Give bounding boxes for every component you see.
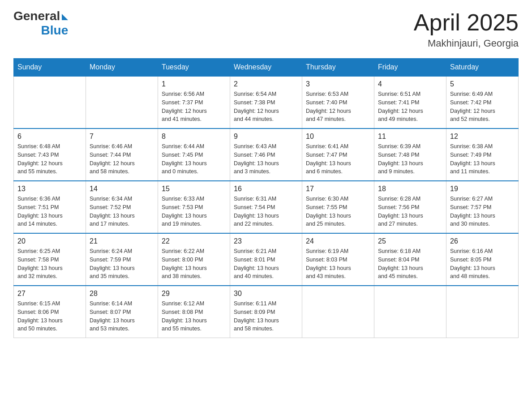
day-number: 29 bbox=[162, 290, 226, 298]
day-info: Sunrise: 6:28 AMSunset: 7:56 PMDaylight:… bbox=[378, 195, 442, 228]
day-info: Sunrise: 6:18 AMSunset: 8:04 PMDaylight:… bbox=[378, 247, 442, 281]
calendar-cell: 17Sunrise: 6:30 AMSunset: 7:55 PMDayligh… bbox=[302, 181, 374, 233]
day-info: Sunrise: 6:27 AMSunset: 7:57 PMDaylight:… bbox=[450, 195, 515, 228]
day-number: 19 bbox=[450, 185, 515, 193]
day-info: Sunrise: 6:24 AMSunset: 7:59 PMDaylight:… bbox=[90, 247, 154, 281]
calendar-header-saturday: Saturday bbox=[446, 59, 519, 77]
day-number: 9 bbox=[234, 133, 298, 141]
calendar-table: SundayMondayTuesdayWednesdayThursdayFrid… bbox=[13, 58, 519, 338]
calendar-cell: 30Sunrise: 6:11 AMSunset: 8:09 PMDayligh… bbox=[230, 286, 302, 338]
day-number: 26 bbox=[450, 237, 515, 245]
calendar-header-monday: Monday bbox=[86, 59, 158, 77]
day-info: Sunrise: 6:14 AMSunset: 8:07 PMDaylight:… bbox=[90, 300, 154, 333]
calendar-cell: 29Sunrise: 6:12 AMSunset: 8:08 PMDayligh… bbox=[158, 286, 230, 338]
day-info: Sunrise: 6:34 AMSunset: 7:52 PMDaylight:… bbox=[90, 195, 154, 228]
calendar-header-wednesday: Wednesday bbox=[230, 59, 302, 77]
title-block: April 2025 Makhinjauri, Georgia bbox=[414, 9, 519, 49]
calendar-cell bbox=[446, 286, 519, 338]
day-number: 11 bbox=[378, 133, 442, 141]
calendar-cell: 23Sunrise: 6:21 AMSunset: 8:01 PMDayligh… bbox=[230, 233, 302, 286]
day-number: 24 bbox=[306, 237, 370, 245]
day-number: 20 bbox=[17, 237, 82, 245]
day-number: 5 bbox=[450, 80, 515, 88]
day-info: Sunrise: 6:16 AMSunset: 8:05 PMDaylight:… bbox=[450, 247, 515, 281]
calendar-cell: 22Sunrise: 6:22 AMSunset: 8:00 PMDayligh… bbox=[158, 233, 230, 286]
day-number: 16 bbox=[234, 185, 298, 193]
calendar-cell bbox=[374, 286, 446, 338]
calendar-cell: 11Sunrise: 6:39 AMSunset: 7:48 PMDayligh… bbox=[374, 128, 446, 181]
day-number: 21 bbox=[90, 237, 154, 245]
calendar-header-sunday: Sunday bbox=[14, 59, 86, 77]
day-number: 8 bbox=[162, 133, 226, 141]
calendar-header-row: SundayMondayTuesdayWednesdayThursdayFrid… bbox=[14, 59, 519, 77]
day-number: 3 bbox=[306, 80, 370, 88]
calendar-cell: 27Sunrise: 6:15 AMSunset: 8:06 PMDayligh… bbox=[14, 286, 86, 338]
logo-general-text: General bbox=[13, 9, 60, 23]
calendar-week-row: 1Sunrise: 6:56 AMSunset: 7:37 PMDaylight… bbox=[14, 76, 519, 128]
day-info: Sunrise: 6:51 AMSunset: 7:41 PMDaylight:… bbox=[378, 90, 442, 124]
calendar-header-tuesday: Tuesday bbox=[158, 59, 230, 77]
day-info: Sunrise: 6:39 AMSunset: 7:48 PMDaylight:… bbox=[378, 142, 442, 176]
day-number: 28 bbox=[90, 290, 154, 298]
day-info: Sunrise: 6:41 AMSunset: 7:47 PMDaylight:… bbox=[306, 142, 370, 176]
day-number: 1 bbox=[162, 80, 226, 88]
day-info: Sunrise: 6:31 AMSunset: 7:54 PMDaylight:… bbox=[234, 195, 298, 228]
day-info: Sunrise: 6:25 AMSunset: 7:58 PMDaylight:… bbox=[17, 247, 82, 281]
calendar-cell: 6Sunrise: 6:48 AMSunset: 7:43 PMDaylight… bbox=[14, 128, 86, 181]
day-info: Sunrise: 6:30 AMSunset: 7:55 PMDaylight:… bbox=[306, 195, 370, 228]
day-number: 6 bbox=[17, 133, 82, 141]
calendar-cell: 1Sunrise: 6:56 AMSunset: 7:37 PMDaylight… bbox=[158, 76, 230, 128]
calendar-cell: 2Sunrise: 6:54 AMSunset: 7:38 PMDaylight… bbox=[230, 76, 302, 128]
day-info: Sunrise: 6:53 AMSunset: 7:40 PMDaylight:… bbox=[306, 90, 370, 124]
day-number: 7 bbox=[90, 133, 154, 141]
day-info: Sunrise: 6:15 AMSunset: 8:06 PMDaylight:… bbox=[17, 300, 82, 333]
day-number: 25 bbox=[378, 237, 442, 245]
calendar-cell: 19Sunrise: 6:27 AMSunset: 7:57 PMDayligh… bbox=[446, 181, 519, 233]
day-info: Sunrise: 6:22 AMSunset: 8:00 PMDaylight:… bbox=[162, 247, 226, 281]
calendar-week-row: 13Sunrise: 6:36 AMSunset: 7:51 PMDayligh… bbox=[14, 181, 519, 233]
logo-arrow-icon bbox=[62, 14, 68, 20]
day-number: 12 bbox=[450, 133, 515, 141]
calendar-cell: 28Sunrise: 6:14 AMSunset: 8:07 PMDayligh… bbox=[86, 286, 158, 338]
calendar-cell: 25Sunrise: 6:18 AMSunset: 8:04 PMDayligh… bbox=[374, 233, 446, 286]
day-number: 17 bbox=[306, 185, 370, 193]
day-number: 22 bbox=[162, 237, 226, 245]
calendar-cell: 9Sunrise: 6:43 AMSunset: 7:46 PMDaylight… bbox=[230, 128, 302, 181]
day-info: Sunrise: 6:48 AMSunset: 7:43 PMDaylight:… bbox=[17, 142, 82, 176]
location-title: Makhinjauri, Georgia bbox=[414, 38, 519, 49]
day-info: Sunrise: 6:33 AMSunset: 7:53 PMDaylight:… bbox=[162, 195, 226, 228]
day-info: Sunrise: 6:21 AMSunset: 8:01 PMDaylight:… bbox=[234, 247, 298, 281]
logo-blue-text: Blue bbox=[41, 23, 69, 38]
day-info: Sunrise: 6:43 AMSunset: 7:46 PMDaylight:… bbox=[234, 142, 298, 176]
page-header: General Blue April 2025 Makhinjauri, Geo… bbox=[13, 9, 519, 49]
calendar-cell: 24Sunrise: 6:19 AMSunset: 8:03 PMDayligh… bbox=[302, 233, 374, 286]
day-number: 2 bbox=[234, 80, 298, 88]
day-number: 15 bbox=[162, 185, 226, 193]
day-info: Sunrise: 6:54 AMSunset: 7:38 PMDaylight:… bbox=[234, 90, 298, 124]
calendar-cell: 5Sunrise: 6:49 AMSunset: 7:42 PMDaylight… bbox=[446, 76, 519, 128]
calendar-cell: 14Sunrise: 6:34 AMSunset: 7:52 PMDayligh… bbox=[86, 181, 158, 233]
calendar-week-row: 6Sunrise: 6:48 AMSunset: 7:43 PMDaylight… bbox=[14, 128, 519, 181]
calendar-cell: 21Sunrise: 6:24 AMSunset: 7:59 PMDayligh… bbox=[86, 233, 158, 286]
logo: General Blue bbox=[13, 9, 68, 38]
day-number: 18 bbox=[378, 185, 442, 193]
calendar-cell: 18Sunrise: 6:28 AMSunset: 7:56 PMDayligh… bbox=[374, 181, 446, 233]
calendar-cell bbox=[14, 76, 86, 128]
calendar-cell: 16Sunrise: 6:31 AMSunset: 7:54 PMDayligh… bbox=[230, 181, 302, 233]
day-info: Sunrise: 6:56 AMSunset: 7:37 PMDaylight:… bbox=[162, 90, 226, 124]
month-title: April 2025 bbox=[414, 9, 519, 36]
day-info: Sunrise: 6:11 AMSunset: 8:09 PMDaylight:… bbox=[234, 300, 298, 333]
calendar-cell: 7Sunrise: 6:46 AMSunset: 7:44 PMDaylight… bbox=[86, 128, 158, 181]
day-number: 23 bbox=[234, 237, 298, 245]
calendar-cell: 10Sunrise: 6:41 AMSunset: 7:47 PMDayligh… bbox=[302, 128, 374, 181]
calendar-cell: 20Sunrise: 6:25 AMSunset: 7:58 PMDayligh… bbox=[14, 233, 86, 286]
day-number: 4 bbox=[378, 80, 442, 88]
day-info: Sunrise: 6:49 AMSunset: 7:42 PMDaylight:… bbox=[450, 90, 515, 124]
day-info: Sunrise: 6:38 AMSunset: 7:49 PMDaylight:… bbox=[450, 142, 515, 176]
day-number: 14 bbox=[90, 185, 154, 193]
day-info: Sunrise: 6:12 AMSunset: 8:08 PMDaylight:… bbox=[162, 300, 226, 333]
calendar-cell: 8Sunrise: 6:44 AMSunset: 7:45 PMDaylight… bbox=[158, 128, 230, 181]
calendar-cell: 12Sunrise: 6:38 AMSunset: 7:49 PMDayligh… bbox=[446, 128, 519, 181]
day-number: 27 bbox=[17, 290, 82, 298]
day-info: Sunrise: 6:36 AMSunset: 7:51 PMDaylight:… bbox=[17, 195, 82, 228]
